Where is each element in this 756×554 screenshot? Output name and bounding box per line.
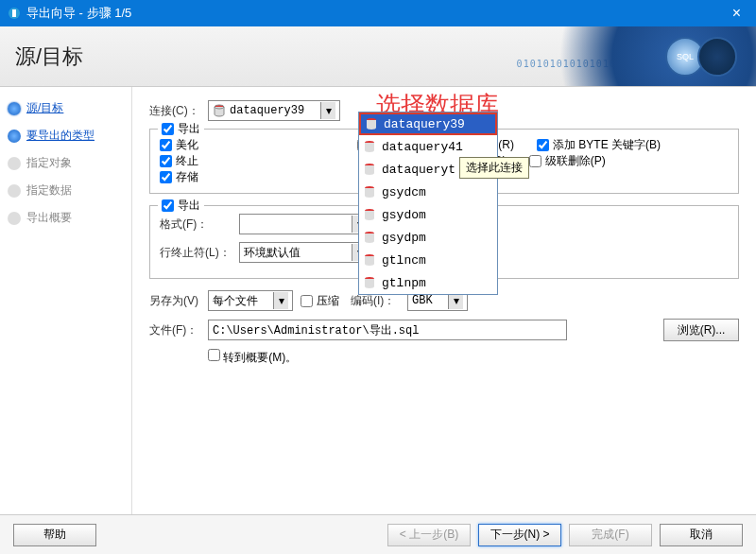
cancel-button[interactable]: 取消 [660, 524, 743, 546]
database-icon [363, 276, 376, 289]
connection-value: dataquery39 [230, 104, 304, 117]
database-icon [363, 231, 376, 244]
chk-beautify[interactable]: 美化 [160, 137, 198, 153]
connection-dropdown-list[interactable]: dataquery39 dataquery41 dataqueryt gsydc… [358, 112, 498, 295]
step-label[interactable]: 源/目标 [26, 100, 63, 116]
step-specify-data: 指定数据 [4, 177, 131, 204]
dropdown-item[interactable]: gsydpm [359, 226, 497, 249]
browse-button[interactable]: 浏览(R)... [663, 319, 739, 341]
database-icon [213, 104, 226, 117]
chevron-down-icon[interactable]: ▾ [273, 292, 288, 309]
chk-store[interactable]: 存储 [160, 169, 198, 185]
format-label: 格式(F)： [160, 216, 239, 233]
step-label: 指定对象 [26, 155, 72, 171]
step-export-types[interactable]: 要导出的类型 [4, 122, 131, 149]
saveas-label: 另存为(V) [149, 293, 208, 309]
dropdown-item-selected[interactable]: dataquery39 [359, 113, 497, 135]
chk-terminal[interactable]: 终止 [160, 153, 198, 169]
help-button[interactable]: 帮助 [13, 524, 96, 546]
app-icon [8, 7, 21, 20]
file-path-input[interactable] [208, 320, 567, 340]
chk-goto-overview[interactable]: 转到概要(M)。 [208, 349, 297, 366]
step-summary: 导出概要 [4, 204, 131, 232]
finish-button[interactable]: 完成(F) [569, 524, 652, 546]
group2-legend: 导出 [158, 198, 204, 214]
chk-cascade[interactable]: 级联删除(P) [529, 153, 606, 169]
step-specify-objects: 指定对象 [4, 149, 131, 177]
step-source-target[interactable]: 源/目标 [4, 95, 131, 122]
database-icon [365, 117, 378, 130]
database-icon [363, 163, 376, 176]
chevron-down-icon[interactable]: ▾ [320, 102, 335, 119]
back-button[interactable]: < 上一步(B) [387, 524, 471, 546]
database-icon [363, 185, 376, 199]
encoding-value: GBK [412, 294, 433, 307]
database-icon [363, 208, 376, 221]
lineterm-value: 环境默认值 [244, 245, 301, 261]
dropdown-item[interactable]: gsydom [359, 203, 497, 226]
step-label[interactable]: 要导出的类型 [26, 128, 94, 144]
group1-checkbox[interactable] [162, 123, 174, 135]
dropdown-item[interactable]: gtlncm [359, 249, 497, 271]
file-label: 文件(F)： [149, 322, 208, 338]
connection-label: 连接(C)： [149, 103, 208, 119]
next-button[interactable]: 下一步(N) > [478, 524, 561, 546]
step-label: 导出概要 [26, 210, 72, 226]
saveas-value: 每个文件 [213, 293, 258, 309]
goto-overview-row: 转到概要(M)。 [149, 349, 739, 366]
close-icon[interactable]: × [725, 5, 748, 22]
database-icon [363, 253, 376, 267]
svg-rect-1 [12, 9, 16, 17]
header-disc2-icon [697, 37, 737, 77]
wizard-headline: 源/目标 [0, 43, 83, 71]
connection-combo[interactable]: dataquery39 ▾ [208, 100, 340, 121]
wizard-body: 源/目标 要导出的类型 指定对象 指定数据 导出概要 连接(C)： dataqu… [0, 87, 756, 514]
wizard-header: 源/目标 0101010101010101010 SQL [0, 26, 756, 87]
lineterm-label: 行终止符(L)： [160, 245, 239, 261]
saveas-combo[interactable]: 每个文件 ▾ [208, 290, 293, 311]
step-label: 指定数据 [26, 182, 72, 199]
tooltip: 选择此连接 [459, 157, 529, 179]
file-row: 文件(F)： 浏览(R)... [149, 319, 739, 341]
title-bar: 导出向导 - 步骤 1/5 × [0, 0, 756, 26]
database-icon [363, 140, 376, 153]
main-panel: 连接(C)： dataquery39 ▾ 导出 美化 加到视图(W) 授权(R)… [132, 87, 756, 514]
dropdown-item[interactable]: dataquery41 [359, 135, 497, 158]
header-deco: SQL [510, 26, 756, 86]
dropdown-item[interactable]: gsydcm [359, 181, 497, 203]
lineterm-combo[interactable]: 环境默认值 ▾ [239, 242, 371, 263]
dropdown-item[interactable]: gtlnpm [359, 271, 497, 294]
window-title: 导出向导 - 步骤 1/5 [26, 5, 725, 22]
format-combo[interactable]: ▾ [239, 214, 371, 234]
group2-checkbox[interactable] [162, 199, 174, 212]
steps-sidebar: 源/目标 要导出的类型 指定对象 指定数据 导出概要 [0, 87, 132, 514]
encoding-label: 编码(I)： [351, 293, 407, 309]
wizard-footer: 帮助 < 上一步(B) 下一步(N) > 完成(F) 取消 [0, 514, 756, 554]
chk-add-byte[interactable]: 添加 BYTE 关键字(B) [537, 137, 661, 153]
group1-legend: 导出 [158, 121, 204, 137]
chk-compress[interactable]: 压缩 [301, 293, 339, 309]
